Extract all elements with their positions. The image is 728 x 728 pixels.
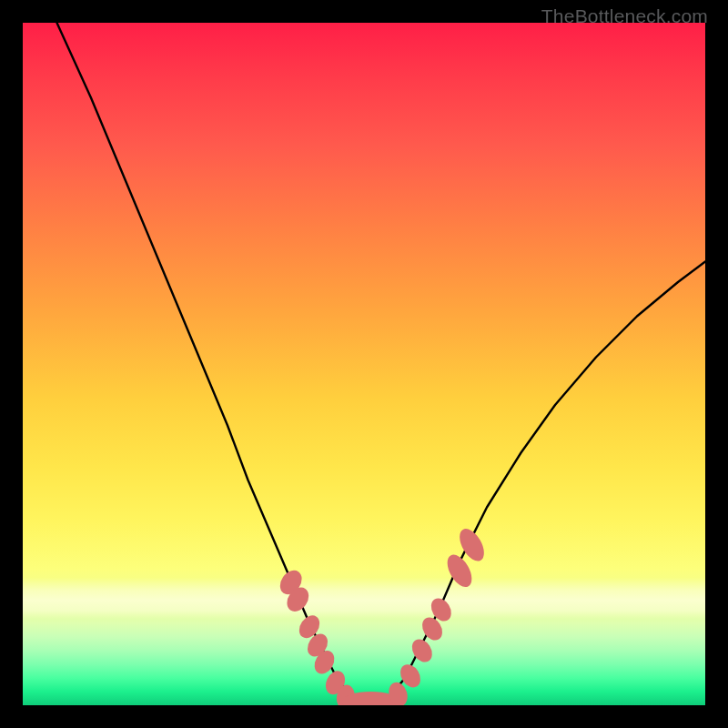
watermark-text: TheBottleneck.com <box>541 5 708 27</box>
chart-frame: TheBottleneck.com <box>0 0 728 728</box>
plot-background <box>23 23 705 705</box>
